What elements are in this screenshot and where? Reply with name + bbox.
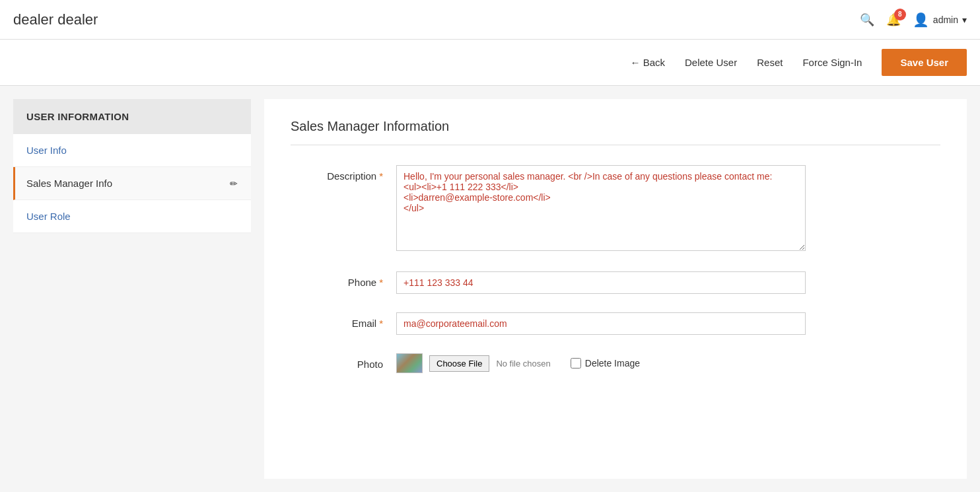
save-user-label: Save User xyxy=(900,57,948,68)
email-row: Email* xyxy=(291,312,940,335)
reset-button[interactable]: Reset xyxy=(757,57,783,68)
phone-label: Phone* xyxy=(291,271,396,288)
sidebar: USER INFORMATION User Info Sales Manager… xyxy=(13,99,251,479)
force-signin-label: Force Sign-In xyxy=(802,57,862,68)
delete-image-label: Delete Image xyxy=(585,358,640,369)
choose-file-label: Choose File xyxy=(437,359,482,369)
sidebar-item-user-role[interactable]: User Role xyxy=(13,200,251,233)
force-signin-button[interactable]: Force Sign-In xyxy=(802,57,862,68)
phone-row: Phone* xyxy=(291,271,940,294)
photo-row-inner: Choose File No file chosen Delete Image xyxy=(396,353,806,373)
photo-label: Photo xyxy=(291,353,396,370)
description-control: Hello, I'm your personal sales manager. … xyxy=(396,165,806,253)
reset-label: Reset xyxy=(757,57,783,68)
header-icons: 🔍 🔔 8 👤 admin ▾ xyxy=(860,12,967,28)
description-label: Description* xyxy=(291,165,396,182)
delete-user-label: Delete User xyxy=(685,57,737,68)
back-label: ← Back xyxy=(630,57,665,68)
email-input[interactable] xyxy=(396,312,806,335)
choose-file-button[interactable]: Choose File xyxy=(429,355,489,372)
phone-required: * xyxy=(379,277,383,288)
delete-image-checkbox[interactable] xyxy=(571,358,581,369)
search-icon: 🔍 xyxy=(860,13,874,26)
section-heading: Sales Manager Information xyxy=(291,119,940,134)
no-file-text: No file chosen xyxy=(496,359,550,369)
user-label: admin xyxy=(933,15,958,25)
user-menu-button[interactable]: 👤 admin ▾ xyxy=(913,12,967,28)
sales-manager-info-label: Sales Manager Info xyxy=(26,178,112,189)
notification-badge: 8 xyxy=(894,9,906,20)
user-avatar-icon: 👤 xyxy=(913,12,929,28)
email-required: * xyxy=(379,318,383,329)
back-button[interactable]: ← Back xyxy=(630,57,665,68)
phone-control xyxy=(396,271,806,294)
description-required: * xyxy=(379,170,383,182)
edit-icon[interactable]: ✏ xyxy=(230,178,238,189)
photo-thumbnail xyxy=(396,353,423,373)
sidebar-item-sales-manager-info[interactable]: Sales Manager Info ✏ xyxy=(13,167,251,200)
sidebar-item-user-info[interactable]: User Info xyxy=(13,134,251,167)
delete-user-button[interactable]: Delete User xyxy=(685,57,737,68)
email-label: Email* xyxy=(291,312,396,329)
section-divider xyxy=(291,145,940,145)
top-header: dealer dealer 🔍 🔔 8 👤 admin ▾ xyxy=(0,0,980,40)
notification-button[interactable]: 🔔 8 xyxy=(886,13,901,27)
email-control xyxy=(396,312,806,335)
save-user-button[interactable]: Save User xyxy=(882,49,967,76)
phone-input[interactable] xyxy=(396,271,806,294)
delete-image-group: Delete Image xyxy=(571,358,640,369)
toolbar: ← Back Delete User Reset Force Sign-In S… xyxy=(0,40,980,86)
sidebar-section-title: USER INFORMATION xyxy=(13,99,251,134)
site-title: dealer dealer xyxy=(13,11,860,28)
content-area: Sales Manager Information Description* H… xyxy=(264,99,967,479)
description-textarea[interactable]: Hello, I'm your personal sales manager. … xyxy=(396,165,806,251)
user-info-link[interactable]: User Info xyxy=(26,145,67,156)
photo-control: Choose File No file chosen Delete Image xyxy=(396,353,806,373)
photo-row: Photo Choose File No file chosen Delete … xyxy=(291,353,940,373)
description-row: Description* Hello, I'm your personal sa… xyxy=(291,165,940,253)
search-button[interactable]: 🔍 xyxy=(860,13,874,27)
main-layout: USER INFORMATION User Info Sales Manager… xyxy=(0,86,980,492)
user-role-link[interactable]: User Role xyxy=(26,211,71,222)
chevron-down-icon: ▾ xyxy=(962,15,967,25)
